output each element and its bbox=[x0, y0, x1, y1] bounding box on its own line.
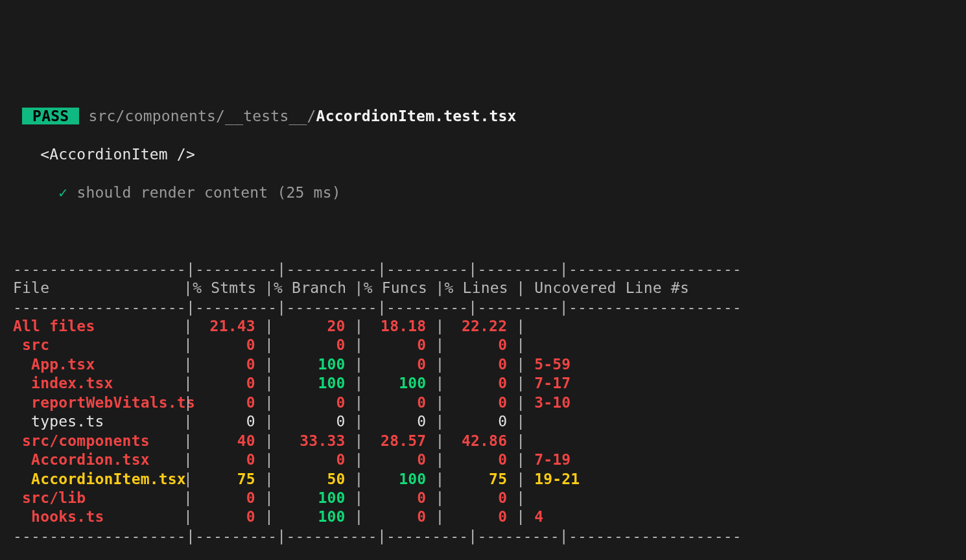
cell-funcs: 0 bbox=[364, 412, 436, 431]
suite-name-line: <AccordionItem /> bbox=[13, 145, 966, 164]
pass-badge: PASS bbox=[22, 108, 79, 124]
cell-funcs: 0 bbox=[364, 336, 436, 355]
table-divider: -------------------|---------|----------… bbox=[13, 527, 966, 546]
cell-funcs: 0 bbox=[364, 450, 436, 469]
cell-uncovered: 4 bbox=[525, 508, 543, 526]
cell-uncovered: 3-10 bbox=[525, 393, 571, 412]
col-file: File bbox=[13, 279, 183, 298]
cell-branch: 100 bbox=[274, 489, 355, 508]
cell-file: App.tsx bbox=[13, 355, 183, 374]
cell-stmts: 0 bbox=[193, 489, 265, 508]
cell-branch: 33.33 bbox=[274, 432, 355, 450]
cell-funcs: 28.57 bbox=[364, 432, 436, 450]
table-divider: -------------------|---------|----------… bbox=[13, 260, 966, 279]
cell-lines: 75 bbox=[444, 470, 516, 489]
cell-stmts: 0 bbox=[193, 393, 265, 412]
cell-file: hooks.ts bbox=[13, 508, 183, 526]
cell-uncovered: 5-59 bbox=[525, 355, 571, 374]
test-path-dir: src/components/__tests__/ bbox=[79, 108, 316, 124]
table-row: Accordion.tsx|0 |0 |0 |0 |7-19 bbox=[13, 450, 966, 469]
cell-lines: 0 bbox=[444, 336, 516, 355]
cell-lines: 22.22 bbox=[444, 317, 516, 336]
cell-lines: 0 bbox=[444, 508, 516, 526]
cell-stmts: 75 bbox=[193, 470, 265, 489]
col-stmts: % Stmts bbox=[193, 279, 265, 298]
suite-name: <AccordionItem /> bbox=[40, 146, 195, 163]
test-desc: should render content (25 ms) bbox=[77, 184, 340, 201]
cell-lines: 0 bbox=[444, 374, 516, 393]
cell-lines: 0 bbox=[444, 489, 516, 508]
cell-file: src/lib bbox=[13, 489, 183, 508]
cell-stmts: 40 bbox=[193, 432, 265, 450]
test-path-file: AccordionItem.test.tsx bbox=[316, 108, 517, 124]
cell-stmts: 0 bbox=[193, 355, 265, 374]
cell-file: src bbox=[13, 336, 183, 355]
coverage-table: -------------------|---------|----------… bbox=[13, 260, 966, 546]
terminal-output: PASS src/components/__tests__/AccordionI… bbox=[13, 88, 966, 560]
test-line: ✓ should render content (25 ms) bbox=[13, 183, 966, 202]
cell-uncovered: 7-17 bbox=[525, 374, 571, 393]
col-uncovered: Uncovered Line #s bbox=[525, 279, 689, 298]
cell-branch: 0 bbox=[274, 393, 355, 412]
cell-file: All files bbox=[13, 317, 183, 336]
table-row: src|0 |0 |0 |0 | bbox=[13, 336, 966, 355]
table-divider: -------------------|---------|----------… bbox=[13, 298, 966, 317]
table-row: index.tsx|0 |100 |100 |0 |7-17 bbox=[13, 374, 966, 393]
cell-file: reportWebVitals.ts bbox=[13, 393, 183, 412]
cell-stmts: 21.43 bbox=[193, 317, 265, 336]
cell-branch: 0 bbox=[274, 336, 355, 355]
cell-lines: 42.86 bbox=[444, 432, 516, 450]
table-row: types.ts|0 |0 |0 |0 | bbox=[13, 412, 966, 431]
cell-branch: 0 bbox=[274, 450, 355, 469]
cell-stmts: 0 bbox=[193, 374, 265, 393]
blank-line bbox=[13, 222, 966, 240]
table-row: All files|21.43 |20 |18.18 |22.22 | bbox=[13, 317, 966, 336]
cell-file: Accordion.tsx bbox=[13, 450, 183, 469]
cell-lines: 0 bbox=[444, 393, 516, 412]
cell-lines: 0 bbox=[444, 412, 516, 431]
cell-file: types.ts bbox=[13, 412, 183, 431]
table-row: AccordionItem.tsx|75 |50 |100 |75 |19-21 bbox=[13, 470, 966, 489]
cell-stmts: 0 bbox=[193, 336, 265, 355]
cell-file: src/components bbox=[13, 432, 183, 450]
cell-branch: 100 bbox=[274, 374, 355, 393]
cell-file: AccordionItem.tsx bbox=[13, 470, 183, 489]
col-branch: % Branch bbox=[274, 279, 355, 298]
cell-funcs: 18.18 bbox=[364, 317, 436, 336]
cell-funcs: 100 bbox=[364, 374, 436, 393]
table-row: App.tsx|0 |100 |0 |0 |5-59 bbox=[13, 355, 966, 374]
cell-file: index.tsx bbox=[13, 374, 183, 393]
cell-lines: 0 bbox=[444, 355, 516, 374]
cell-branch: 0 bbox=[274, 412, 355, 431]
cell-branch: 100 bbox=[274, 508, 355, 526]
cell-branch: 100 bbox=[274, 355, 355, 374]
cell-lines: 0 bbox=[444, 450, 516, 469]
table-row: reportWebVitals.ts|0 |0 |0 |0 |3-10 bbox=[13, 393, 966, 412]
cell-funcs: 0 bbox=[364, 355, 436, 374]
col-funcs: % Funcs bbox=[364, 279, 436, 298]
table-row: src/components|40 |33.33 |28.57 |42.86 | bbox=[13, 432, 966, 450]
cell-branch: 50 bbox=[274, 470, 355, 489]
pass-line: PASS src/components/__tests__/AccordionI… bbox=[13, 107, 966, 126]
cell-funcs: 0 bbox=[364, 508, 436, 526]
cell-stmts: 0 bbox=[193, 412, 265, 431]
table-row: hooks.ts|0 |100 |0 |0 |4 bbox=[13, 508, 966, 526]
cell-stmts: 0 bbox=[193, 508, 265, 526]
cell-stmts: 0 bbox=[193, 450, 265, 469]
cell-funcs: 0 bbox=[364, 489, 436, 508]
table-header: File|% Stmts |% Branch |% Funcs |% Lines… bbox=[13, 279, 966, 298]
table-row: src/lib|0 |100 |0 |0 | bbox=[13, 489, 966, 508]
cell-uncovered: 7-19 bbox=[525, 450, 571, 469]
cell-funcs: 100 bbox=[364, 470, 436, 489]
col-lines: % Lines bbox=[444, 279, 516, 298]
cell-funcs: 0 bbox=[364, 393, 436, 412]
cell-uncovered: 19-21 bbox=[525, 470, 580, 489]
cell-branch: 20 bbox=[274, 317, 355, 336]
check-icon: ✓ bbox=[58, 184, 67, 201]
